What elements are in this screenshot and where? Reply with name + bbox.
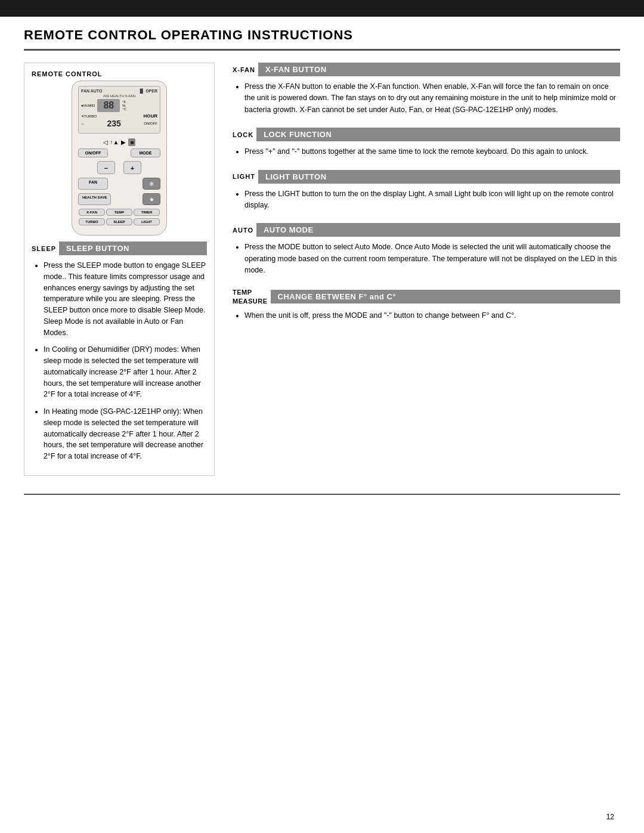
btn-onoff[interactable]: ON/OFF <box>78 148 108 157</box>
screen-temp: 235 <box>107 119 120 128</box>
xfan-list: Press the X-FAN button to enable the X-F… <box>234 81 619 116</box>
temp-point-1: When the unit is off, press the MODE and… <box>244 310 619 321</box>
auto-title-bar: AUTO MODE <box>256 223 620 237</box>
btn-row-fan: FAN ❄ <box>78 178 160 190</box>
btn-row-health: HEALTH SAVE ★ <box>78 193 160 205</box>
remote-label: REMOTE CONTROL <box>32 70 103 78</box>
btn-row-turbo-sleep-light: TURBO SLEEP LIGHT <box>78 218 160 225</box>
sleep-title-bar: SLEEP BUTTON <box>59 241 207 255</box>
btn-sleep[interactable]: SLEEP <box>106 218 132 225</box>
light-header: LIGHT LIGHT BUTTON <box>233 170 620 184</box>
light-section: LIGHT LIGHT BUTTON Press the LIGHT butto… <box>233 170 620 212</box>
sleep-point-2: In Cooling or Dehumidifier (DRY) modes: … <box>44 344 206 400</box>
btn-fan[interactable]: FAN <box>78 178 108 190</box>
screen-digits: 88 <box>97 99 120 112</box>
light-point-1: Press the LIGHT button to turn the on th… <box>244 188 619 212</box>
xfan-title-bar: X-FAN BUTTON <box>258 63 620 76</box>
btn-xfan[interactable]: X-FAN <box>79 209 105 216</box>
btn-timer[interactable]: TIMER <box>134 209 160 216</box>
sleep-point-1: Press the SLEEP mode button to engage SL… <box>44 260 206 338</box>
light-list: Press the LIGHT button to turn the on th… <box>234 188 619 212</box>
temp-list: When the unit is off, press the MODE and… <box>234 310 619 321</box>
screen-top-row: FAN AUTO ▐▌ OPER <box>81 89 157 93</box>
remote-control-image: FAN AUTO ▐▌ OPER AIR HEALTH X-FAN ●HUMID… <box>72 80 167 236</box>
screen-oper: ▐▌ OPER <box>138 89 157 93</box>
auto-point-1: Press the MODE button to select Auto Mod… <box>244 241 619 276</box>
auto-header: AUTO AUTO MODE <box>233 223 620 237</box>
sleep-body: Press the SLEEP mode button to engage SL… <box>32 260 207 462</box>
auto-list: Press the MODE button to select Auto Mod… <box>234 241 619 276</box>
temp-title-bar: CHANGE BETWEEN F° and C° <box>271 290 620 304</box>
top-bar <box>0 0 644 17</box>
screen-mid: ●HUMID 88 °F%°C <box>81 99 157 112</box>
lock-header: LOCK LOCK FUNCTION <box>233 128 620 141</box>
auto-tag: AUTO <box>233 227 253 234</box>
btn-minus[interactable]: − <box>97 161 115 174</box>
btn-row-xfan-temp-timer: X-FAN TEMP TIMER <box>78 209 160 216</box>
light-tag: LIGHT <box>233 173 255 180</box>
xfan-point-1: Press the X-FAN button to enable the X-F… <box>244 81 619 116</box>
temp-body: When the unit is off, press the MODE and… <box>233 310 620 321</box>
light-body: Press the LIGHT button to turn the on th… <box>233 188 620 212</box>
btn-row-plus-minus: − + <box>78 161 160 174</box>
lock-title-bar: LOCK FUNCTION <box>256 128 620 141</box>
screen-bottom-icons: ◁ ↑▲ ▶ ■ <box>78 138 160 146</box>
lock-tag: LOCK <box>233 131 253 138</box>
auto-body: Press the MODE button to select Auto Mod… <box>233 241 620 276</box>
sleep-point-3: In Heating mode (SG-PAC-12E1HP only): Wh… <box>44 406 206 462</box>
right-column: X-FAN X-FAN BUTTON Press the X-FAN butto… <box>233 63 620 476</box>
lock-point-1: Press "+" and "-" buttons together at th… <box>244 146 619 157</box>
btn-fan-icon[interactable]: ❄ <box>143 178 160 190</box>
temp-header: TEMP MEASURE CHANGE BETWEEN F° and C° <box>233 288 620 305</box>
screen-icons-row: AIR HEALTH X-FAN <box>81 94 157 98</box>
lock-list: Press "+" and "-" buttons together at th… <box>234 146 619 157</box>
sleep-tag: SLEEP <box>32 245 56 252</box>
sleep-points-list: Press the SLEEP mode button to engage SL… <box>33 260 206 462</box>
page-title: REMOTE CONTROL OPERATING INSTRUCTIONS <box>24 27 620 43</box>
btn-light[interactable]: LIGHT <box>134 218 160 225</box>
remote-screen: FAN AUTO ▐▌ OPER AIR HEALTH X-FAN ●HUMID… <box>78 86 160 134</box>
main-content: REMOTE CONTROL FAN AUTO ▐▌ OPER AIR HEAL… <box>24 63 620 476</box>
screen-fan-auto: FAN AUTO <box>81 89 102 93</box>
btn-health-save[interactable]: HEALTH SAVE <box>78 193 111 205</box>
lock-section: LOCK LOCK FUNCTION Press "+" and "-" but… <box>233 128 620 157</box>
temp-tag-group: TEMP MEASURE <box>233 288 268 305</box>
sleep-section-header: SLEEP SLEEP BUTTON <box>32 241 207 255</box>
left-column: REMOTE CONTROL FAN AUTO ▐▌ OPER AIR HEAL… <box>24 63 215 476</box>
btn-temp[interactable]: TEMP <box>106 209 132 216</box>
btn-row-onoff-mode: ON/OFF MODE <box>78 148 160 157</box>
sleep-section: SLEEP SLEEP BUTTON Press the SLEEP mode … <box>32 241 207 462</box>
xfan-tag: X-FAN <box>233 66 255 73</box>
lock-body: Press "+" and "-" buttons together at th… <box>233 146 620 157</box>
btn-health-icon[interactable]: ★ <box>143 193 160 205</box>
light-title-bar: LIGHT BUTTON <box>258 170 620 184</box>
temp-tag-line1: TEMP <box>233 288 268 296</box>
temp-tag-line2: MEASURE <box>233 297 268 305</box>
screen-bottom-row: ☀TURBO HOUR <box>81 113 157 119</box>
xfan-section: X-FAN X-FAN BUTTON Press the X-FAN butto… <box>233 63 620 116</box>
remote-image-container: REMOTE CONTROL FAN AUTO ▐▌ OPER AIR HEAL… <box>32 70 207 236</box>
xfan-header: X-FAN X-FAN BUTTON <box>233 63 620 76</box>
temp-section: TEMP MEASURE CHANGE BETWEEN F° and C° Wh… <box>233 288 620 321</box>
screen-temp-row: ☆ 235 ON/OFF <box>81 119 157 128</box>
left-box: REMOTE CONTROL FAN AUTO ▐▌ OPER AIR HEAL… <box>24 63 215 476</box>
page-number: 12 <box>606 813 614 821</box>
btn-mode[interactable]: MODE <box>131 148 160 157</box>
bottom-line <box>24 494 620 495</box>
btn-turbo[interactable]: TURBO <box>79 218 105 225</box>
xfan-body: Press the X-FAN button to enable the X-F… <box>233 81 620 116</box>
auto-section: AUTO AUTO MODE Press the MODE button to … <box>233 223 620 276</box>
page-title-section: REMOTE CONTROL OPERATING INSTRUCTIONS <box>24 17 620 51</box>
btn-plus[interactable]: + <box>123 161 141 174</box>
